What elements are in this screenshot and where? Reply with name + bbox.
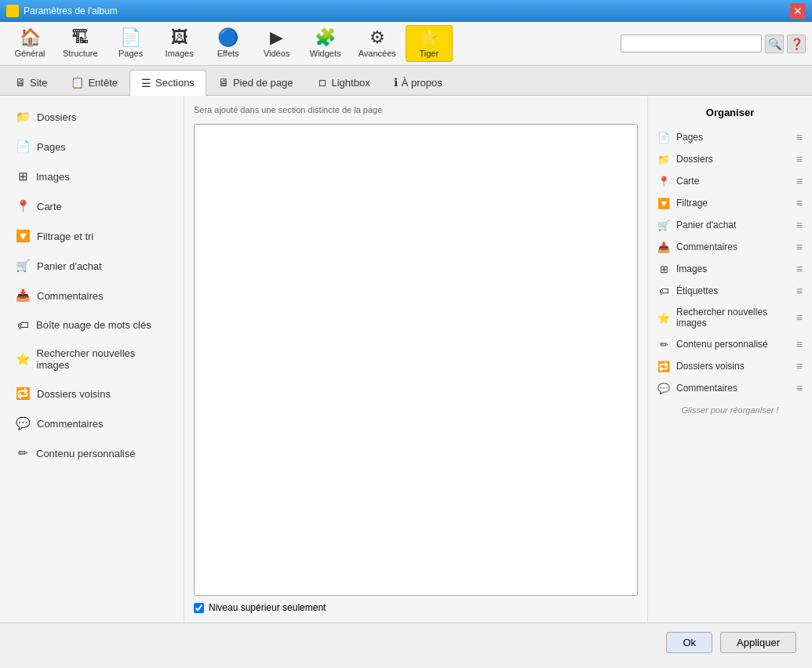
title-bar-title: Paramètres de l'album (24, 5, 790, 16)
left-item-boite-nuage[interactable]: 🏷 Boîte nuage de mots clés (0, 310, 184, 339)
close-button[interactable]: ✕ (790, 3, 806, 19)
left-label-commentaires: Commentaires (37, 290, 104, 302)
toolbar: 🏠 Général 🏗 Structure 📄 Pages 🖼 Images 🔵… (0, 22, 812, 66)
tab-a-propos[interactable]: ℹ À propos (382, 69, 454, 95)
drag-handle-dossiers[interactable]: ≡ (796, 153, 803, 165)
toolbar-btn-tiger[interactable]: ⭐ Tiger (406, 25, 453, 62)
tab-site[interactable]: 🖥 Site (3, 69, 59, 95)
drag-handle-commentaires[interactable]: ≡ (796, 241, 803, 253)
effets-icon: 🔵 (217, 29, 239, 46)
site-tab-icon: 🖥 (15, 76, 26, 89)
toolbar-btn-effets[interactable]: 🔵 Effets (205, 26, 252, 61)
contenu-perso-left-icon: ✏ (16, 446, 30, 460)
niveau-superieur-label[interactable]: Niveau supérieur seulement (209, 602, 326, 613)
drag-handle-images[interactable]: ≡ (796, 263, 803, 275)
right-item-commentaires[interactable]: 📥 Commentaires ≡ (648, 236, 812, 258)
tab-lightbox[interactable]: 🗆 Lightbox (305, 69, 382, 95)
left-label-carte: Carte (37, 201, 62, 212)
tab-pied-label: Pied de page (233, 77, 293, 89)
tab-sections[interactable]: ☰ Sections (129, 70, 206, 96)
right-item-pages[interactable]: 📄 Pages ≡ (648, 126, 812, 148)
right-item-filtrage[interactable]: 🔽 Filtrage ≡ (648, 192, 812, 214)
drag-handle-rechercher[interactable]: ≡ (796, 311, 803, 324)
drag-handle-pages[interactable]: ≡ (796, 131, 803, 143)
right-item-etiquettes[interactable]: 🏷 Étiquettes ≡ (648, 280, 812, 302)
left-item-dossiers-voisins[interactable]: 🔁 Dossiers voisins (0, 379, 184, 408)
left-label-contenu-perso: Contenu personnalisé (36, 448, 135, 459)
apropos-tab-icon: ℹ (394, 76, 398, 89)
right-panel-title: Organiser (648, 102, 812, 126)
drag-handle-commentaires2[interactable]: ≡ (796, 382, 803, 394)
right-panier-icon: 🛒 (657, 220, 670, 231)
right-images-icon: ⊞ (657, 263, 670, 275)
right-rechercher-icon: ⭐ (657, 312, 670, 324)
toolbar-btn-images[interactable]: 🖼 Images (156, 26, 203, 61)
toolbar-label-widgets: Widgets (310, 49, 341, 58)
drag-handle-filtrage[interactable]: ≡ (796, 197, 803, 209)
avancees-icon: ⚙ (370, 29, 385, 46)
commentaires-left-icon: 📥 (16, 289, 31, 303)
right-filtrage-icon: 🔽 (657, 198, 670, 209)
toolbar-label-structure: Structure (63, 49, 98, 58)
drag-handle-etiquettes[interactable]: ≡ (796, 285, 803, 297)
right-label-commentaires2: Commentaires (676, 383, 737, 394)
toolbar-label-avancees: Avancées (359, 49, 396, 58)
right-item-commentaires2[interactable]: 💬 Commentaires ≡ (648, 377, 812, 399)
drag-handle-contenu-perso[interactable]: ≡ (796, 338, 803, 350)
search-button[interactable]: 🔍 (765, 34, 784, 53)
app-icon (6, 5, 19, 17)
ok-button[interactable]: Ok (666, 632, 712, 653)
search-input[interactable] (621, 34, 762, 53)
toolbar-btn-widgets[interactable]: 🧩 Widgets (302, 26, 349, 61)
left-item-rechercher[interactable]: ⭐ Rechercher nouvelles images (0, 339, 184, 379)
right-item-contenu-perso[interactable]: ✏ Contenu personnalisé ≡ (648, 333, 812, 355)
checkbox-row: Niveau supérieur seulement (194, 602, 638, 613)
right-item-images[interactable]: ⊞ Images ≡ (648, 258, 812, 280)
right-item-rechercher[interactable]: ⭐ Rechercher nouvelles images ≡ (648, 302, 812, 333)
apply-button[interactable]: Appliquer (720, 632, 796, 653)
pages-left-icon: 📄 (16, 140, 31, 154)
drop-area[interactable] (194, 124, 638, 596)
toolbar-btn-avancees[interactable]: ⚙ Avancées (351, 26, 404, 61)
toolbar-btn-structure[interactable]: 🏗 Structure (55, 26, 106, 61)
toolbar-btn-pages[interactable]: 📄 Pages (107, 26, 155, 61)
drag-handle-panier[interactable]: ≡ (796, 219, 803, 231)
toolbar-btn-videos[interactable]: ▶ Vidéos (253, 26, 300, 61)
right-item-carte[interactable]: 📍 Carte ≡ (648, 170, 812, 192)
tiger-icon: ⭐ (418, 29, 439, 46)
right-dossiers-voisins-icon: 🔁 (657, 361, 670, 372)
left-item-filtrage[interactable]: 🔽 Filtrage et tri (0, 221, 184, 251)
drag-handle-dossiers-voisins[interactable]: ≡ (796, 360, 803, 372)
tab-bar: 🖥 Site 📋 Entête ☰ Sections 🖥 Pied de pag… (0, 66, 812, 96)
right-item-dossiers[interactable]: 📁 Dossiers ≡ (648, 148, 812, 170)
structure-icon: 🏗 (71, 29, 89, 46)
left-item-commentaires2[interactable]: 💬 Commentaires (0, 408, 184, 438)
tab-site-label: Site (30, 77, 47, 89)
right-label-rechercher: Rechercher nouvelles images (676, 307, 790, 329)
tab-entete-label: Entête (88, 77, 118, 89)
left-item-panier[interactable]: 🛒 Panier d'achat (0, 251, 184, 281)
right-contenu-perso-icon: ✏ (657, 339, 670, 350)
left-item-commentaires[interactable]: 📥 Commentaires (0, 281, 184, 310)
tab-entete[interactable]: 📋 Entête (59, 69, 129, 95)
left-item-pages[interactable]: 📄 Pages (0, 132, 184, 162)
drag-handle-carte[interactable]: ≡ (796, 175, 803, 187)
toolbar-search: 🔍 ❓ (621, 34, 806, 53)
right-label-filtrage: Filtrage (676, 198, 708, 209)
right-label-dossiers-voisins: Dossiers voisins (676, 361, 745, 372)
center-panel: Sera ajouté dans une section distincte d… (184, 96, 647, 623)
right-label-commentaires: Commentaires (676, 241, 737, 252)
left-item-images[interactable]: ⊞ Images (0, 162, 184, 191)
help-button[interactable]: ❓ (787, 34, 806, 53)
tab-pied-de-page[interactable]: 🖥 Pied de page (206, 69, 305, 95)
left-item-carte[interactable]: 📍 Carte (0, 191, 184, 221)
left-label-commentaires2: Commentaires (37, 418, 104, 430)
toolbar-btn-general[interactable]: 🏠 Général (6, 26, 53, 61)
right-item-panier[interactable]: 🛒 Panier d'achat ≡ (648, 214, 812, 236)
left-item-contenu-perso[interactable]: ✏ Contenu personnalisé (0, 438, 184, 468)
niveau-superieur-checkbox[interactable] (194, 603, 204, 613)
right-item-dossiers-voisins[interactable]: 🔁 Dossiers voisins ≡ (648, 355, 812, 377)
toolbar-label-effets: Effets (217, 49, 239, 58)
left-item-dossiers[interactable]: 📁 Dossiers (0, 102, 184, 132)
boite-nuage-left-icon: 🏷 (16, 318, 30, 332)
